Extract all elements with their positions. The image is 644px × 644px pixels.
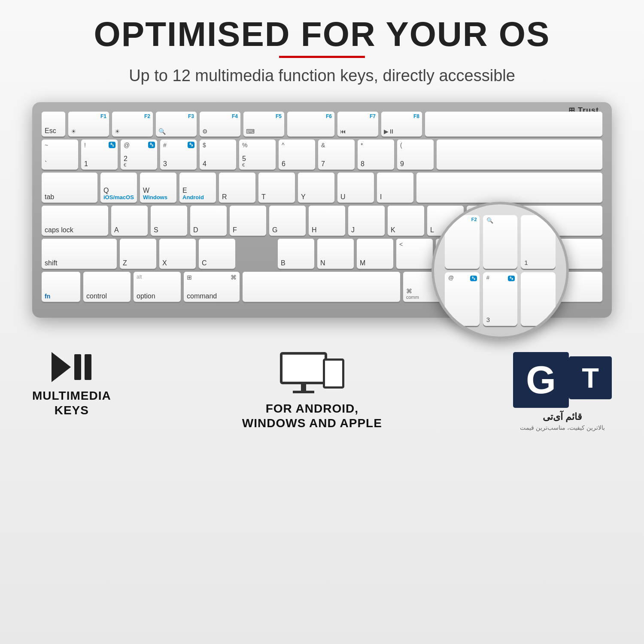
f1-icon: ☀ [71, 128, 76, 135]
key-tab[interactable]: tab [42, 173, 97, 203]
windows-label: Windows [143, 194, 167, 200]
key-f6[interactable]: F6 [287, 112, 334, 137]
bt1-badge: ⁸₁ [109, 142, 115, 148]
brand-g-block: G [513, 352, 569, 408]
key-x[interactable]: X [159, 239, 196, 269]
key-0-plus[interactable] [437, 140, 602, 170]
f1-label: F1 [100, 113, 106, 119]
f5-label: F5 [276, 113, 282, 119]
zoom-key-search: 🔍 [483, 215, 518, 269]
key-q[interactable]: Q iOS/macOS [100, 173, 137, 203]
bt3-badge: ⁸₃ [188, 142, 194, 148]
f2-icon: ☀ [115, 128, 120, 135]
key-comma[interactable]: < [396, 239, 433, 269]
zoom-circle: ☀ F2 🔍 1 @ ⁸₂ € [431, 202, 569, 339]
key-y[interactable]: Y [298, 173, 334, 203]
key-4[interactable]: $ 4 [200, 140, 236, 170]
key-o-plus[interactable] [416, 173, 602, 203]
qwerty-row: tab Q iOS/macOS W Windows E Android R [42, 173, 602, 203]
multimedia-feature: MULTIMEDIAKEYS [32, 352, 111, 417]
key-2[interactable]: @ ⁸₂ 2 € [121, 140, 157, 170]
key-b[interactable]: B [278, 239, 314, 269]
option-label: option [137, 293, 155, 300]
brand-section: G T قائم آی‌تی بالاترین کیفیت، مناسب‌تری… [513, 352, 612, 431]
zoom-key-partial2 [521, 272, 556, 326]
tilde-top: ~ [45, 142, 48, 149]
f4-label: F4 [232, 113, 238, 119]
key-esc[interactable]: Esc [42, 112, 65, 137]
key-f5[interactable]: ⌨ F5 [243, 112, 284, 137]
key-m[interactable]: M [357, 239, 393, 269]
key-f[interactable]: F [230, 206, 266, 236]
key-u[interactable]: U [337, 173, 374, 203]
key-8[interactable]: * 8 [358, 140, 394, 170]
zoom-key-f2: ☀ F2 [445, 215, 480, 269]
key-9[interactable]: ( 9 [397, 140, 434, 170]
f3-icon: 🔍 [158, 128, 166, 135]
key-i[interactable]: I [377, 173, 413, 203]
number-row: ~ ` ! ⁸₁ 1 @ ⁸₂ 2 € # ⁸₃ 3 [42, 140, 602, 170]
zoom-key-hash3: # ⁸₃ 3 [483, 272, 518, 326]
key-g[interactable]: G [269, 206, 306, 236]
zoom-grid: ☀ F2 🔍 1 @ ⁸₂ € [434, 204, 566, 337]
key-h[interactable]: H [309, 206, 345, 236]
key-f4[interactable]: ⚙ F4 [200, 112, 240, 137]
platforms-label: FOR ANDROID,WINDOWS AND APPLE [242, 401, 382, 430]
key-control[interactable]: control [83, 272, 131, 302]
brand-tagline-fa: بالاترین کیفیت، مناسب‌ترین قیمت [520, 424, 605, 431]
zoom-key-partial: 1 [521, 215, 556, 269]
key-command[interactable]: ⊞ ⌘ command [184, 272, 240, 302]
key-c[interactable]: C [199, 239, 235, 269]
f4-icon: ⚙ [202, 128, 208, 135]
key-f3[interactable]: 🔍 F3 [156, 112, 197, 137]
key-f9-plus[interactable] [425, 112, 602, 137]
key-t[interactable]: T [258, 173, 295, 203]
android-label: Android [182, 194, 204, 200]
brand-g-letter: G [526, 358, 556, 402]
key-option[interactable]: alt option [134, 272, 181, 302]
key-shift[interactable]: shift [42, 239, 117, 269]
title-underline [279, 56, 365, 58]
key-f2[interactable]: ☀ F2 [112, 112, 153, 137]
key-5[interactable]: % 5 € [239, 140, 276, 170]
key-k[interactable]: K [388, 206, 424, 236]
brand-t-block: T [569, 356, 612, 399]
key-a[interactable]: A [111, 206, 148, 236]
key-z[interactable]: Z [120, 239, 156, 269]
bt2-badge: ⁸₂ [148, 142, 155, 148]
key-r[interactable]: R [219, 173, 255, 203]
tablet-icon [323, 358, 344, 389]
zoom-bt3-badge: ⁸₃ [508, 276, 515, 281]
key-7[interactable]: & 7 [318, 140, 355, 170]
key-capslock[interactable]: caps lock [42, 206, 108, 236]
play-icon [52, 352, 71, 382]
f7-label: F7 [370, 113, 376, 119]
zoom-bt2-badge: ⁸₂ [470, 276, 477, 281]
f8-icon: ▶⏸ [384, 128, 395, 135]
key-w[interactable]: W Windows [140, 173, 176, 203]
key-e[interactable]: E Android [179, 173, 216, 203]
key-tilde[interactable]: ~ ` [42, 140, 78, 170]
key-n[interactable]: N [317, 239, 354, 269]
brand-logo: G T [513, 352, 612, 408]
key-3[interactable]: # ⁸₃ 3 [160, 140, 197, 170]
keyboard-section: ⊞ Trust Esc ☀ F1 ☀ F2 🔍 F3 [32, 102, 612, 318]
key-6[interactable]: ^ 6 [279, 140, 315, 170]
page-title: OPTIMISED FOR YOUR OS [94, 17, 550, 52]
key-f7[interactable]: ⏮ F7 [337, 112, 378, 137]
ios-macos-label: iOS/macOS [103, 194, 134, 200]
f5-icon: ⌨ [246, 128, 255, 135]
key-fn[interactable]: fn [42, 272, 80, 302]
key-space[interactable] [243, 272, 400, 302]
key-f8[interactable]: ▶⏸ F8 [381, 112, 422, 137]
key-j[interactable]: J [348, 206, 385, 236]
key-s[interactable]: S [151, 206, 187, 236]
esc-label: Esc [45, 128, 56, 134]
key-d[interactable]: D [190, 206, 227, 236]
key-1[interactable]: ! ⁸₁ 1 [81, 140, 118, 170]
brand-name-fa: قائم آی‌تی [543, 411, 582, 422]
multimedia-icon [52, 352, 91, 382]
monitor-stand [301, 384, 306, 391]
bottom-section: MULTIMEDIAKEYS FOR ANDROID,WINDOWS AND A… [32, 352, 612, 431]
key-f1[interactable]: ☀ F1 [68, 112, 109, 137]
